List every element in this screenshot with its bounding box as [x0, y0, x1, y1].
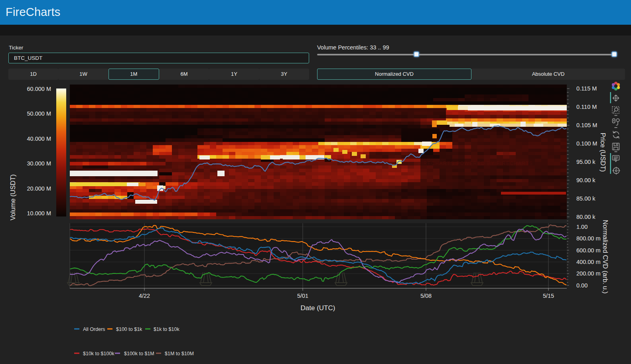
svg-text:4/22: 4/22	[139, 293, 150, 299]
svg-text:$100k to $1M: $100k to $1M	[124, 351, 154, 356]
svg-text:20.000 M: 20.000 M	[27, 185, 51, 192]
svg-text:0.100 M: 0.100 M	[576, 140, 597, 147]
svg-text:60.000 M: 60.000 M	[27, 86, 51, 92]
svg-text:80.00 k: 80.00 k	[576, 214, 596, 220]
svg-text:All Orders: All Orders	[83, 327, 105, 332]
svg-text:0.105 M: 0.105 M	[576, 122, 597, 128]
svg-text:$10k to $100k: $10k to $100k	[83, 351, 114, 356]
svg-text:Volume (USDT): Volume (USDT)	[9, 174, 16, 220]
svg-text:200.00 m: 200.00 m	[576, 270, 600, 277]
svg-text:Price (USDT): Price (USDT)	[599, 133, 607, 172]
svg-text:Date (UTC): Date (UTC)	[301, 304, 335, 312]
svg-text:0.110 M: 0.110 M	[576, 104, 597, 110]
svg-text:FIRECHARTS POWERED BY FIRECHAR: FIRECHARTS POWERED BY FIRECHARTS	[418, 161, 533, 166]
svg-text:1.00: 1.00	[576, 224, 588, 230]
svg-text:600.00 m: 600.00 m	[576, 247, 600, 254]
svg-text:0.00: 0.00	[576, 282, 588, 289]
svg-text:85.00 k: 85.00 k	[576, 195, 596, 202]
svg-text:Normalized CVD (arb. u.): Normalized CVD (arb. u.)	[602, 220, 609, 293]
svg-text:$1k to $10k: $1k to $10k	[154, 327, 179, 332]
svg-text:90.00 k: 90.00 k	[576, 177, 596, 183]
svg-text:5/08: 5/08	[420, 293, 432, 299]
svg-text:800.00 m: 800.00 m	[576, 235, 600, 242]
svg-text:5/15: 5/15	[543, 293, 554, 299]
svg-text:30.000 M: 30.000 M	[27, 160, 51, 167]
svg-text:0.115 M: 0.115 M	[576, 85, 597, 92]
svg-text:400.00 m: 400.00 m	[576, 259, 600, 265]
svg-text:50.000 M: 50.000 M	[27, 110, 51, 117]
svg-text:10.000 M: 10.000 M	[27, 210, 51, 216]
svg-text:40.000 M: 40.000 M	[27, 136, 51, 142]
svg-text:$100 to $1k: $100 to $1k	[116, 327, 142, 332]
svg-text:95.00 k: 95.00 k	[576, 159, 596, 165]
svg-text:$1M to $10M: $1M to $10M	[165, 351, 194, 356]
svg-text:5/01: 5/01	[297, 293, 308, 299]
